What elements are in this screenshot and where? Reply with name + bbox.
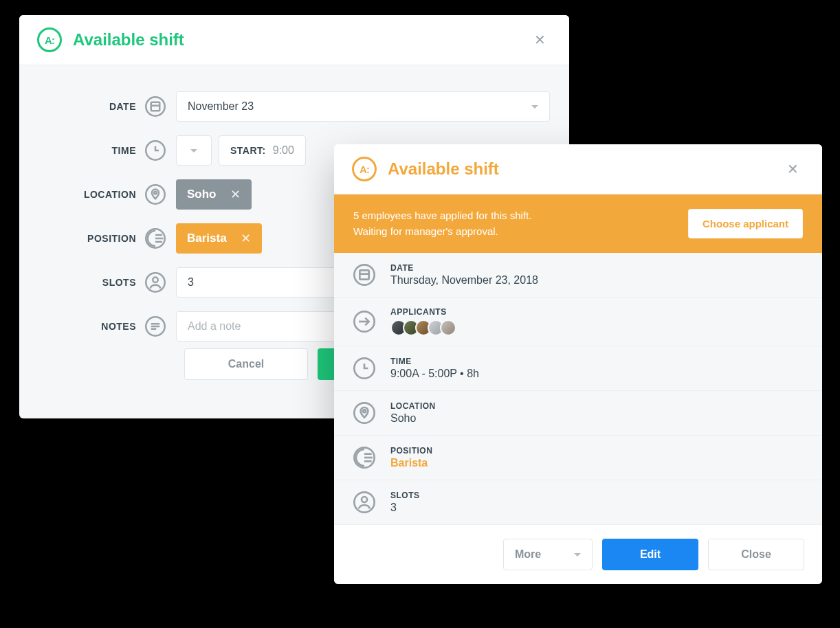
- applicants-label: APPLICANTS: [390, 307, 456, 317]
- close-button[interactable]: Close: [708, 539, 804, 570]
- chevron-down-icon: [531, 105, 538, 109]
- location-pin-icon: [352, 401, 377, 425]
- label-date: DATE: [19, 101, 136, 112]
- calendar-icon: [143, 94, 168, 119]
- calendar-icon: [352, 262, 377, 287]
- svg-point-29: [362, 497, 367, 502]
- date-select[interactable]: November 23: [176, 91, 550, 122]
- detail-position: POSITION Barista: [334, 436, 822, 480]
- edit-button[interactable]: Edit: [602, 539, 698, 570]
- remove-chip-icon[interactable]: ✕: [226, 187, 245, 202]
- slots-label: SLOTS: [390, 491, 420, 500]
- label-notes: NOTES: [19, 321, 136, 332]
- available-shift-view-modal: A: Available shift ✕ 5 employees have ap…: [334, 144, 822, 584]
- detail-date: DATE Thursday, November 23, 2018: [334, 253, 822, 298]
- banner-text: 5 employees have applied for this shift.…: [353, 208, 531, 239]
- location-value: Soho: [390, 412, 436, 425]
- detail-time: TIME 9:00A - 5:00P • 8h: [334, 346, 822, 391]
- start-time-input[interactable]: START: 9:00: [219, 135, 306, 166]
- detail-location: LOCATION Soho: [334, 391, 822, 436]
- label-time: TIME: [19, 145, 136, 156]
- position-icon: [143, 226, 168, 251]
- position-chip[interactable]: Barista ✕: [176, 223, 262, 254]
- label-location: LOCATION: [19, 189, 136, 200]
- close-icon[interactable]: ✕: [782, 158, 804, 180]
- arrow-right-circle-icon: [352, 309, 377, 334]
- chevron-down-icon: [190, 149, 197, 153]
- more-button[interactable]: More: [503, 539, 593, 570]
- svg-point-11: [153, 278, 158, 283]
- banner-line1: 5 employees have applied for this shift.: [353, 208, 531, 224]
- avatar[interactable]: [440, 319, 456, 336]
- notes-icon: [143, 314, 168, 339]
- clock-icon: [352, 356, 377, 381]
- clock-icon: [143, 138, 168, 163]
- choose-applicant-button[interactable]: Choose applicant: [688, 209, 803, 238]
- slots-value: 3: [188, 276, 194, 289]
- view-modal-title: Available shift: [388, 159, 499, 179]
- date-value: Thursday, November 23, 2018: [390, 274, 538, 287]
- position-icon: [352, 445, 377, 470]
- remove-chip-icon[interactable]: ✕: [236, 231, 255, 246]
- banner-line2: Waiting for manager's approval.: [353, 224, 531, 240]
- start-value: 9:00: [273, 144, 294, 157]
- edit-modal-header: A: Available shift ✕: [19, 15, 569, 65]
- applicants-banner: 5 employees have applied for this shift.…: [334, 194, 822, 253]
- position-label: POSITION: [390, 446, 432, 456]
- view-modal-footer: More Edit Close: [334, 525, 822, 584]
- person-icon: [143, 270, 168, 295]
- date-select-value: November 23: [188, 100, 254, 113]
- label-position: POSITION: [19, 233, 136, 244]
- svg-point-5: [154, 192, 157, 194]
- close-icon[interactable]: ✕: [529, 29, 551, 51]
- app-logo-icon: A:: [37, 27, 62, 52]
- location-chip[interactable]: Soho ✕: [176, 179, 252, 210]
- row-date: DATE November 23: [19, 85, 550, 128]
- time-label: TIME: [390, 357, 479, 366]
- edit-modal-title: Available shift: [73, 30, 184, 49]
- applicant-avatars[interactable]: [390, 319, 456, 336]
- detail-applicants: APPLICANTS: [334, 298, 822, 346]
- position-chip-label: Barista: [187, 232, 227, 245]
- app-logo-icon: A:: [352, 157, 377, 181]
- date-label: DATE: [390, 263, 538, 273]
- position-value: Barista: [390, 457, 432, 469]
- notes-placeholder: Add a note: [188, 320, 241, 333]
- slots-value: 3: [390, 502, 420, 514]
- chevron-down-icon: [574, 553, 581, 557]
- person-icon: [352, 490, 377, 515]
- view-modal-header: A: Available shift ✕: [334, 144, 822, 194]
- cancel-button[interactable]: Cancel: [184, 348, 308, 380]
- start-label: START:: [230, 145, 266, 156]
- location-chip-label: Soho: [187, 188, 217, 201]
- shift-details: DATE Thursday, November 23, 2018 APPLICA…: [334, 253, 822, 525]
- time-preset-select[interactable]: [176, 135, 212, 166]
- location-label: LOCATION: [390, 401, 436, 411]
- label-slots: SLOTS: [19, 277, 136, 288]
- time-value: 9:00A - 5:00P • 8h: [390, 368, 479, 380]
- detail-slots: SLOTS 3: [334, 480, 822, 525]
- svg-point-23: [363, 410, 366, 412]
- location-pin-icon: [143, 182, 168, 207]
